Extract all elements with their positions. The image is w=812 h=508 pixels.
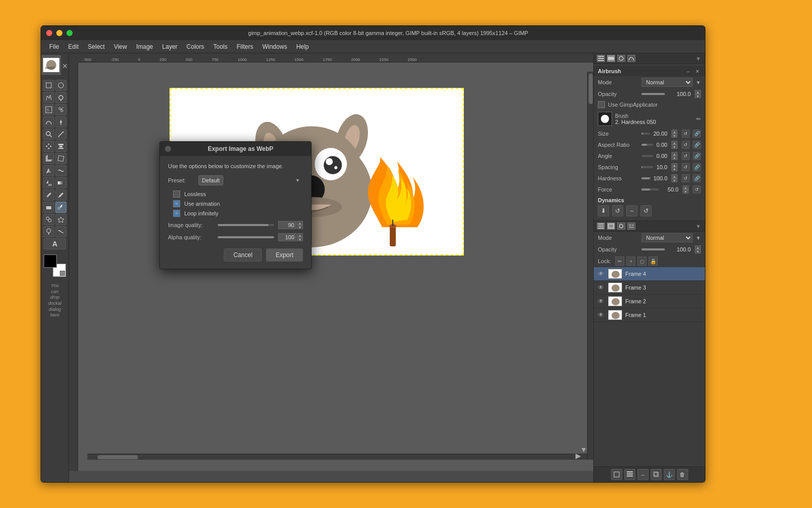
size-up[interactable]: ▲ xyxy=(671,130,678,134)
image-quality-up[interactable]: ▲ xyxy=(297,221,303,225)
image-quality-input[interactable] xyxy=(278,221,296,229)
tool-clone[interactable] xyxy=(43,214,54,225)
tool-heal[interactable] xyxy=(55,214,66,225)
tool-measure[interactable] xyxy=(55,129,66,140)
spacing-down[interactable]: ▼ xyxy=(671,167,678,171)
dynamics-add[interactable]: ⬇ xyxy=(598,205,609,216)
layers-opacity-slider[interactable] xyxy=(641,248,665,250)
layers-raise-btn[interactable] xyxy=(624,469,635,480)
tool-ellipse-selection[interactable] xyxy=(55,80,66,91)
layer-eye-frame3[interactable]: 👁 xyxy=(597,283,605,292)
vertical-scrollbar[interactable] xyxy=(587,72,593,460)
force-slider[interactable] xyxy=(641,188,659,190)
layers-icon-4[interactable] xyxy=(627,223,635,230)
force-reset[interactable]: ↺ xyxy=(693,185,701,194)
use-animation-checkbox[interactable]: ✕ xyxy=(173,200,180,207)
layer-item-frame1[interactable]: 👁 Frame 1 xyxy=(594,308,705,322)
preset-select[interactable]: Default xyxy=(198,175,223,185)
tool-align[interactable] xyxy=(55,141,66,152)
menu-layer[interactable]: Layer xyxy=(158,42,182,51)
aspect-down[interactable]: ▼ xyxy=(671,145,678,149)
layers-corner-arrow[interactable]: ▼ xyxy=(695,224,702,229)
force-down[interactable]: ▼ xyxy=(683,189,689,194)
tool-bucket-fill[interactable] xyxy=(43,177,54,188)
menu-filters[interactable]: Filters xyxy=(232,42,257,51)
menu-help[interactable]: Help xyxy=(292,42,313,51)
hardness-reset[interactable]: ↺ xyxy=(682,174,690,182)
layers-icon-3[interactable] xyxy=(617,223,625,230)
layer-item-frame4[interactable]: 👁 Frame 4 xyxy=(594,267,705,281)
tool-airbrush[interactable] xyxy=(55,202,66,213)
layers-anchor-btn[interactable]: ⚓ xyxy=(664,469,675,480)
hardness-down[interactable]: ▼ xyxy=(671,178,678,182)
rp-paths-icon[interactable] xyxy=(627,55,635,62)
h-scroll-thumb[interactable] xyxy=(97,455,138,459)
tool-eraser[interactable] xyxy=(43,202,54,213)
tool-free-select[interactable] xyxy=(43,92,54,103)
dialog-close-button[interactable] xyxy=(165,146,171,152)
fg-bg-colors[interactable] xyxy=(44,255,66,277)
tool-new-selection[interactable] xyxy=(43,80,54,91)
lock-pixels-btn[interactable]: ✏ xyxy=(615,257,624,266)
tool-zoom[interactable] xyxy=(43,129,54,140)
tool-flip[interactable] xyxy=(43,165,54,176)
layers-icon-1[interactable] xyxy=(597,223,605,230)
tool-color-picker[interactable] xyxy=(55,116,66,128)
layer-item-frame2[interactable]: 👁 Frame 2 xyxy=(594,295,705,308)
tool-gradient[interactable] xyxy=(55,177,66,188)
menu-select[interactable]: Select xyxy=(84,42,109,51)
image-quality-down[interactable]: ▼ xyxy=(297,225,303,229)
tool-fuzzy-select[interactable] xyxy=(55,92,66,103)
angle-up[interactable]: ▲ xyxy=(671,152,678,156)
lossless-checkbox[interactable] xyxy=(173,190,180,198)
mode-select[interactable]: Normal xyxy=(641,78,693,87)
opacity-slider[interactable] xyxy=(641,93,665,95)
hardness-slider[interactable] xyxy=(641,177,650,179)
alpha-quality-down[interactable]: ▼ xyxy=(297,237,303,241)
layer-eye-frame4[interactable]: 👁 xyxy=(597,270,605,278)
layers-delete-btn[interactable]: 🗑 xyxy=(677,469,688,480)
tool-text[interactable]: A xyxy=(44,238,66,249)
panel-minimize-icon[interactable]: – xyxy=(685,68,692,75)
menu-windows[interactable]: Windows xyxy=(258,42,291,51)
brush-edit-icon[interactable]: ✏ xyxy=(696,116,701,122)
layers-new-btn[interactable] xyxy=(611,469,622,480)
layers-opacity-down[interactable]: ▼ xyxy=(695,249,701,253)
tool-transform[interactable] xyxy=(55,153,66,164)
aspect-link[interactable]: 🔗 xyxy=(693,141,701,149)
canvas-scroll-arrow-v[interactable]: ▼ xyxy=(580,446,587,454)
layers-icon-2[interactable] xyxy=(607,223,615,230)
dynamics-minus[interactable]: – xyxy=(626,205,637,216)
dynamics-refresh[interactable]: ↺ xyxy=(612,205,623,216)
lock-all-btn[interactable]: 🔒 xyxy=(649,257,658,266)
hardness-link[interactable]: 🔗 xyxy=(693,174,701,182)
minimize-button[interactable] xyxy=(56,30,62,36)
tool-crop[interactable] xyxy=(43,153,54,164)
force-up[interactable]: ▲ xyxy=(683,185,689,189)
tool-warp[interactable] xyxy=(55,165,66,176)
layer-eye-frame1[interactable]: 👁 xyxy=(597,311,605,319)
layers-opacity-up[interactable]: ▲ xyxy=(695,245,701,249)
angle-down[interactable]: ▼ xyxy=(671,156,678,160)
aspect-up[interactable]: ▲ xyxy=(671,141,678,145)
spacing-reset[interactable]: ↺ xyxy=(682,163,690,171)
foreground-color[interactable] xyxy=(44,255,57,268)
menu-view[interactable]: View xyxy=(110,42,131,51)
layer-item-frame3[interactable]: 👁 Frame 3 xyxy=(594,281,705,295)
aspect-ratio-slider[interactable] xyxy=(641,144,653,146)
layer-eye-frame2[interactable]: 👁 xyxy=(597,297,605,305)
menu-edit[interactable]: Edit xyxy=(64,42,83,51)
loop-infinitely-checkbox[interactable]: ✕ xyxy=(173,210,180,217)
canvas-scroll-arrow-h[interactable]: ▶ xyxy=(576,452,581,460)
size-link[interactable]: 🔗 xyxy=(693,130,701,138)
angle-link[interactable]: 🔗 xyxy=(693,152,701,160)
tool-paintbrush[interactable] xyxy=(55,189,66,201)
canvas-content[interactable]: WebP Export Image as WebP Use the option… xyxy=(78,62,593,471)
menu-image[interactable]: Image xyxy=(132,42,157,51)
layers-mode-select[interactable]: Normal xyxy=(641,233,693,242)
panel-corner-arrow[interactable]: ▼ xyxy=(695,56,702,61)
layers-lower-btn[interactable]: – xyxy=(637,469,649,480)
tool-scissors-select[interactable] xyxy=(55,104,66,115)
alpha-quality-input[interactable] xyxy=(278,233,296,241)
menu-file[interactable]: File xyxy=(45,42,63,51)
